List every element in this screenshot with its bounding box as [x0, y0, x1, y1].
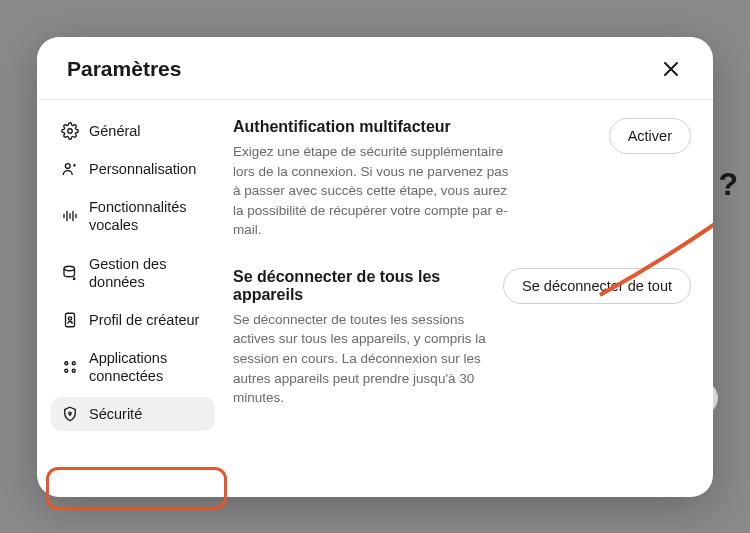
- logout-all-button[interactable]: Se déconnecter de tout: [503, 268, 691, 304]
- modal-header: Paramètres: [37, 37, 713, 100]
- mfa-title: Authentification multifacteur: [233, 118, 595, 136]
- sidebar-item-apps[interactable]: Applications connectées: [51, 341, 215, 393]
- close-icon: [664, 62, 678, 76]
- sidebar-item-label: Applications connectées: [89, 349, 205, 385]
- svg-point-8: [72, 369, 75, 372]
- badge-icon: [61, 311, 79, 329]
- sidebar-item-security[interactable]: Sécurité: [51, 397, 215, 431]
- mfa-description: Exigez une étape de sécurité supplémenta…: [233, 142, 513, 240]
- svg-point-4: [68, 317, 71, 320]
- app-backdrop: ? Paramètres Général: [0, 0, 750, 533]
- sidebar-item-label: Général: [89, 122, 141, 140]
- modal-title: Paramètres: [67, 57, 181, 81]
- svg-point-2: [64, 266, 75, 271]
- svg-point-5: [65, 362, 68, 365]
- shield-lock-icon: [61, 405, 79, 423]
- logout-title: Se déconnecter de tous les appareils: [233, 268, 489, 304]
- background-help-glyph: ?: [718, 166, 738, 203]
- settings-content: Authentification multifacteur Exigez une…: [225, 100, 713, 497]
- svg-point-9: [69, 412, 71, 414]
- svg-point-1: [65, 164, 70, 169]
- sidebar-item-creator[interactable]: Profil de créateur: [51, 303, 215, 337]
- svg-point-6: [72, 362, 75, 365]
- svg-point-0: [68, 129, 73, 134]
- grid-icon: [61, 358, 79, 376]
- database-icon: [61, 264, 79, 282]
- sidebar-item-voice[interactable]: Fonctionnalités vocales: [51, 190, 215, 242]
- close-button[interactable]: [659, 57, 683, 81]
- sidebar-item-label: Fonctionnalités vocales: [89, 198, 205, 234]
- svg-point-7: [65, 369, 68, 372]
- sidebar-item-label: Sécurité: [89, 405, 142, 423]
- logout-all-section: Se déconnecter de tous les appareils Se …: [233, 268, 691, 408]
- soundwave-icon: [61, 207, 79, 225]
- sidebar-item-data[interactable]: Gestion des données: [51, 247, 215, 299]
- gear-icon: [61, 122, 79, 140]
- logout-description: Se déconnecter de toutes les sessions ac…: [233, 310, 489, 408]
- person-sparkle-icon: [61, 160, 79, 178]
- sidebar-item-label: Profil de créateur: [89, 311, 199, 329]
- mfa-enable-button[interactable]: Activer: [609, 118, 691, 154]
- sidebar-item-label: Personnalisation: [89, 160, 196, 178]
- sidebar-item-personalization[interactable]: Personnalisation: [51, 152, 215, 186]
- mfa-text: Authentification multifacteur Exigez une…: [233, 118, 595, 240]
- modal-body: Général Personnalisation Fonctionnalités…: [37, 100, 713, 497]
- logout-text: Se déconnecter de tous les appareils Se …: [233, 268, 489, 408]
- settings-sidebar: Général Personnalisation Fonctionnalités…: [37, 100, 225, 497]
- sidebar-item-general[interactable]: Général: [51, 114, 215, 148]
- mfa-section: Authentification multifacteur Exigez une…: [233, 118, 691, 240]
- sidebar-item-label: Gestion des données: [89, 255, 205, 291]
- settings-modal: Paramètres Général P: [37, 37, 713, 497]
